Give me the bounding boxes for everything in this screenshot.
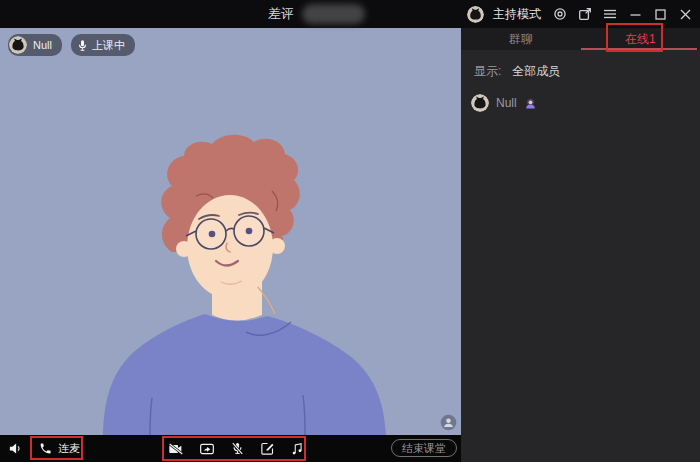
annotation-box-toolbar-icons [162,436,306,461]
status-badge-label: 上课中 [92,38,125,53]
participant-count-icon[interactable] [440,414,457,431]
speaker-icon[interactable] [8,441,23,456]
minimize-icon[interactable] [627,6,643,22]
annotation-box-connect-mic [30,436,83,460]
video-area: Null 上课中 [0,28,461,435]
blurred-text [302,4,365,24]
annotation-box-online-tab [606,23,663,52]
titlebar: 差评 主持模式 [0,0,700,28]
maximize-icon[interactable] [652,6,668,22]
status-badge: 上课中 [71,34,135,56]
avatar-illustration [0,28,461,435]
close-icon[interactable] [677,6,693,22]
filter-value-dropdown[interactable]: 全部成员 [512,63,560,80]
tab-group-chat[interactable]: 群聊 [461,28,581,50]
member-role-icon [524,97,537,110]
popout-icon[interactable] [577,6,593,22]
cat-avatar-icon [9,36,27,54]
mic-icon [78,39,87,52]
window-title: 差评 [268,0,294,28]
filter-label: 显示: [474,63,501,80]
host-avatar[interactable] [467,6,484,23]
user-badge: Null [8,34,62,56]
cat-avatar-icon [467,6,484,23]
user-badge-name: Null [33,39,52,51]
host-mode-label: 主持模式 [493,6,541,23]
member-list-item[interactable]: Null [471,94,700,112]
menu-icon[interactable] [602,6,618,22]
sidebar: 群聊 在线1 显示: 全部成员 Null [461,28,700,462]
cat-avatar-icon [471,94,489,112]
member-filter: 显示: 全部成员 [474,63,700,80]
member-name: Null [496,96,517,110]
end-class-button[interactable]: 结束课堂 [391,439,457,457]
sidebar-tabs: 群聊 在线1 [461,28,700,50]
record-icon[interactable] [552,6,568,22]
